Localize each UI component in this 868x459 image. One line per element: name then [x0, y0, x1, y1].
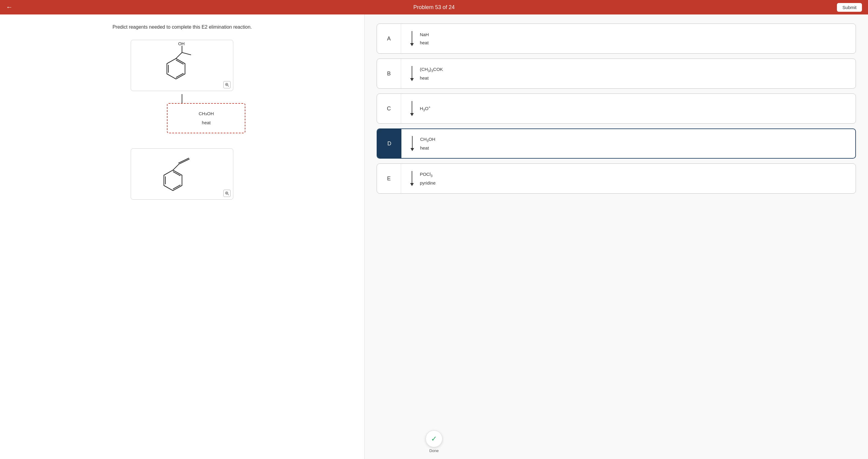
done-circle: ✓	[426, 430, 442, 447]
option-B-content: (CH3)3COKheat	[401, 65, 856, 82]
option-C-label: C	[377, 94, 401, 123]
svg-line-9	[228, 86, 229, 87]
option-B-arrow	[410, 66, 414, 81]
done-label: Done	[429, 449, 438, 453]
option-E-content: POCl3pyridine	[401, 170, 856, 187]
svg-marker-0	[167, 59, 185, 79]
reagent-text: CH₃OH heat	[175, 109, 238, 127]
option-C-text: H3O+	[420, 104, 430, 113]
option-D-label: D	[377, 129, 401, 158]
back-button[interactable]: ←	[6, 3, 13, 11]
reactant-molecule-box: OH	[131, 40, 233, 91]
svg-line-4	[176, 53, 182, 59]
arrow-top-line	[182, 94, 182, 103]
option-C-arrow	[410, 101, 414, 116]
option-C-content: H3O+	[401, 101, 856, 116]
svg-line-17	[179, 159, 189, 164]
option-B-label: B	[377, 59, 401, 88]
reaction-arrow-container: CH₃OH heat	[12, 94, 352, 149]
product-zoom-icon[interactable]	[223, 190, 230, 197]
option-A-arrow	[410, 31, 414, 46]
option-E-text: POCl3pyridine	[420, 170, 436, 187]
option-B[interactable]: B (CH3)3COKheat	[377, 59, 856, 89]
svg-line-20	[228, 194, 229, 195]
zoom-icon[interactable]	[223, 81, 230, 88]
question-text: Predict reagents needed to complete this…	[113, 24, 252, 31]
option-C[interactable]: C H3O+	[377, 94, 856, 124]
option-A-text: NaHheat	[420, 30, 429, 47]
problem-title: Problem 53 of 24	[413, 4, 455, 10]
option-D[interactable]: D CH3OHheat	[377, 128, 856, 159]
svg-line-5	[182, 53, 191, 55]
reagent-box: CH₃OH heat	[167, 103, 245, 133]
main-layout: Predict reagents needed to complete this…	[0, 14, 868, 459]
left-panel: Predict reagents needed to complete this…	[0, 14, 365, 459]
option-A-label: A	[377, 24, 401, 54]
option-E-label: E	[377, 164, 401, 193]
option-D-arrow	[410, 136, 414, 151]
done-area[interactable]: ✓ Done	[426, 430, 442, 453]
product-molecule-svg	[146, 152, 218, 197]
option-A-content: NaHheat	[401, 30, 856, 47]
option-E[interactable]: E POCl3pyridine	[377, 163, 856, 194]
right-panel: A NaHheat B (CH3)3COKheat	[365, 14, 868, 459]
header: ← Problem 53 of 24 Submit	[0, 0, 868, 14]
option-D-text: CH3OHheat	[420, 135, 435, 152]
option-A[interactable]: A NaHheat	[377, 24, 856, 54]
option-D-content: CH3OHheat	[401, 135, 855, 152]
svg-text:OH: OH	[178, 41, 185, 46]
option-B-text: (CH3)3COKheat	[420, 65, 443, 82]
product-molecule-box	[131, 149, 233, 200]
svg-line-16	[173, 164, 179, 170]
done-check-icon: ✓	[431, 434, 437, 443]
svg-marker-12	[164, 170, 182, 191]
option-E-arrow	[410, 171, 414, 186]
svg-line-18	[178, 158, 189, 163]
reactant-molecule-svg: OH	[149, 43, 215, 88]
submit-button[interactable]: Submit	[837, 3, 862, 12]
